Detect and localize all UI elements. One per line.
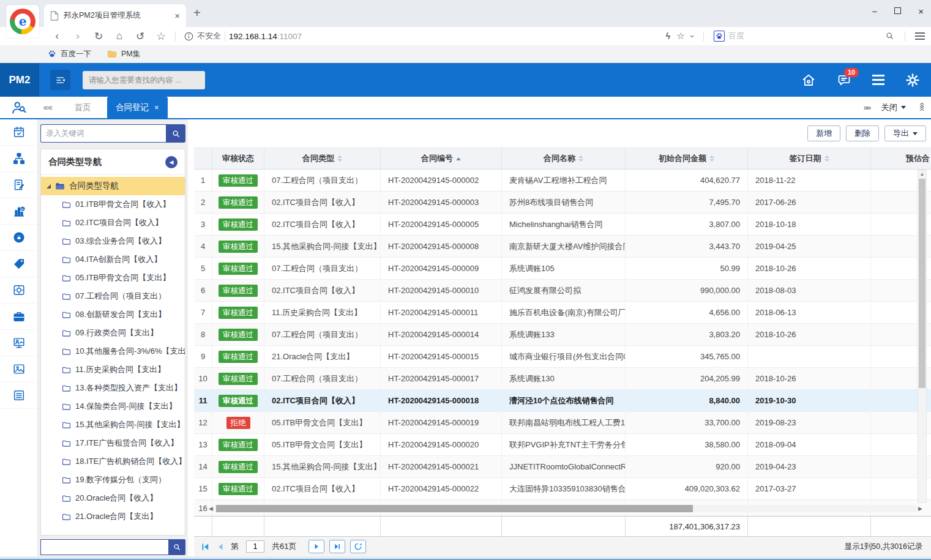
col-date[interactable]: 签订日期 (748, 148, 871, 169)
maximize-button[interactable] (894, 7, 901, 16)
messages-icon[interactable]: 10 (837, 73, 851, 88)
tree-item[interactable]: 10.其他服务合同-3%/6%【支出】 (41, 342, 185, 360)
tree-item[interactable]: 15.其他采购合同-间接【支出】 (41, 416, 185, 434)
table-row[interactable]: 14 审核通过 15.其他采购合同-间接【支出】 HT-20200429145-… (194, 456, 931, 478)
rail-server-list-icon[interactable] (0, 383, 37, 409)
collapse-up-icon[interactable]: »» (916, 103, 926, 111)
tree-item[interactable]: 01.ITB甲骨文合同【收入】 (41, 195, 185, 214)
search-engine-chip[interactable]: 百度 (714, 31, 744, 42)
scrollbar-thumb[interactable] (919, 179, 925, 388)
first-page-button[interactable] (200, 542, 211, 552)
favorite-icon[interactable]: ☆ (676, 31, 684, 42)
rail-monitor-person-icon[interactable] (0, 330, 37, 356)
window-close-button[interactable]: × (918, 6, 924, 17)
tab-home[interactable]: 首页 (61, 97, 104, 118)
page-number-input[interactable] (246, 540, 264, 553)
table-row[interactable]: 1 审核通过 07.工程合同（项目支出） HT-20200429145-0000… (194, 170, 931, 192)
table-row[interactable]: 4 审核通过 15.其他采购合同-间接【支出】 HT-20200429145-0… (194, 236, 931, 258)
table-row[interactable]: 13 审核通过 05.ITB甲骨文合同【支出】 HT-20200429145-0… (194, 434, 931, 456)
settings-gear-icon[interactable] (905, 73, 920, 88)
table-row[interactable]: 12 拒绝 05.ITB甲骨文合同【支出】 HT-20200429145-000… (194, 412, 931, 434)
home-icon[interactable] (801, 73, 816, 88)
tab-close-icon[interactable]: × (154, 103, 159, 112)
tree-item[interactable]: 02.ITC项目合同【收入】 (41, 214, 185, 232)
table-row[interactable]: 2 审核通过 02.ITC项目合同【收入】 HT-20200429145-000… (194, 192, 931, 214)
global-search-input[interactable] (83, 71, 205, 89)
bookmark-folder-pm[interactable]: PM集 (107, 49, 140, 59)
rail-bar-chart-icon[interactable] (0, 198, 37, 225)
col-amount[interactable]: 初始合同金额 (626, 148, 748, 169)
quick-launch-icon[interactable]: ϟ (666, 31, 670, 41)
col-code[interactable]: 合同编号 (381, 148, 502, 169)
add-button[interactable]: 新增 (807, 125, 840, 141)
scroll-up-icon[interactable]: ▲ (918, 170, 926, 178)
tab-contract-register[interactable]: 合同登记 × (107, 97, 168, 118)
table-row[interactable]: 15 审核通过 02.ITC项目合同【收入】 HT-20200429145-00… (194, 478, 931, 500)
rail-tag-icon[interactable] (0, 251, 37, 277)
bookmark-baidu[interactable]: 百度一下 (48, 49, 91, 59)
horizontal-scrollbar[interactable]: ◀ ▶ (209, 504, 922, 513)
tree-keyword-input[interactable] (40, 124, 166, 143)
undo-icon[interactable]: ↺ (130, 30, 151, 43)
table-row[interactable]: 7 审核通过 11.历史采购合同【支出】 HT-20200429145-0000… (194, 302, 931, 324)
minimize-button[interactable]: − (872, 6, 877, 17)
forward-icon[interactable]: › (67, 30, 88, 42)
col-status[interactable]: 审核状态 (212, 148, 264, 169)
scroll-right-icon[interactable]: ▶ (916, 506, 922, 512)
close-tabs-menu[interactable]: 关闭 (881, 102, 906, 113)
app-menu-icon[interactable] (872, 75, 884, 84)
browser-menu-icon[interactable] (915, 32, 925, 40)
table-row[interactable]: 9 审核通过 21.Oracle合同【支出】 HT-20200429145-00… (194, 346, 931, 368)
prev-page-button[interactable] (215, 542, 226, 552)
scrollbar-thumb[interactable] (216, 505, 693, 512)
tree-filter-search-button[interactable] (168, 539, 185, 555)
tree-item[interactable]: 07.工程合同（项目支出） (41, 287, 185, 305)
reload-icon[interactable]: ↻ (88, 30, 109, 43)
tree-root-node[interactable]: 合同类型导航 (41, 177, 185, 195)
export-button[interactable]: 导出 (884, 125, 926, 141)
table-row[interactable]: 5 审核通过 07.工程合同（项目支出） HT-20200429145-0000… (194, 258, 931, 280)
table-row[interactable]: 3 审核通过 02.ITC项目合同【收入】 HT-20200429145-000… (194, 214, 931, 236)
next-page-button[interactable] (308, 540, 324, 553)
table-row[interactable]: 11 审核通过 02.ITC项目合同【收入】 HT-20200429145-00… (194, 390, 931, 412)
table-row[interactable]: 6 审核通过 02.ITC项目合同【收入】 HT-20200429145-000… (194, 280, 931, 302)
page-search-icon[interactable] (885, 31, 895, 41)
url-host[interactable]: 192.168.1.14 (229, 32, 277, 41)
panel-collapse-button[interactable]: ◀ (165, 156, 178, 168)
app-logo[interactable]: PM2 (0, 63, 39, 97)
tabs-scroll-right-icon[interactable]: »» (864, 103, 870, 112)
delete-button[interactable]: 删除 (846, 125, 879, 141)
user-search-icon[interactable] (11, 100, 27, 116)
tree-item[interactable]: 14.保险类合同-间接【支出】 (41, 397, 185, 416)
info-icon[interactable] (184, 32, 193, 41)
tree-search-button[interactable] (166, 124, 185, 143)
rail-gear-photo-icon[interactable] (0, 277, 37, 304)
vertical-scrollbar[interactable]: ▲ (918, 170, 927, 503)
home-icon[interactable]: ⌂ (109, 30, 130, 42)
rail-document-edit-icon[interactable] (0, 172, 37, 198)
tree-expanded-icon[interactable] (47, 184, 51, 189)
tree-item[interactable]: 04.ITA创新合同【收入】 (41, 250, 185, 269)
table-row[interactable]: 8 审核通过 07.工程合同（项目支出） HT-20200429145-0000… (194, 324, 931, 346)
tree-item[interactable]: 09.行政类合同【支出】 (41, 324, 185, 342)
col-type[interactable]: 合同类型 (264, 148, 381, 169)
col-name[interactable]: 合同名称 (502, 148, 626, 169)
last-page-button[interactable] (329, 540, 345, 553)
browser-tab[interactable]: 邦永PM2项目管理系统 × (44, 4, 186, 27)
rail-briefcase-icon[interactable] (0, 304, 37, 330)
table-row[interactable]: 10 审核通过 07.工程合同（项目支出） HT-20200429145-000… (194, 368, 931, 390)
tree-item[interactable]: 21.Oracle合同【支出】 (41, 507, 185, 526)
rail-image-chart-icon[interactable] (0, 356, 37, 383)
rail-globe-icon[interactable] (0, 225, 37, 251)
tree-item[interactable]: 13.各种类型投入资产【支出】 (41, 379, 185, 397)
scroll-left-icon[interactable]: ◀ (209, 506, 215, 512)
tree-item[interactable]: 17.ITE广告租赁合同【收入】 (41, 434, 185, 452)
tree-item[interactable]: 08.创新研发合同【支出】 (41, 305, 185, 324)
bookmark-star-icon[interactable]: ☆ (151, 30, 171, 43)
chevron-down-icon[interactable]: › (687, 35, 697, 37)
tab-close-icon[interactable]: × (174, 10, 180, 21)
tabs-scroll-left-icon[interactable]: «« (43, 97, 51, 118)
refresh-button[interactable] (350, 540, 366, 553)
rail-org-chart-icon[interactable] (0, 146, 37, 172)
new-tab-button[interactable]: + (193, 6, 201, 20)
